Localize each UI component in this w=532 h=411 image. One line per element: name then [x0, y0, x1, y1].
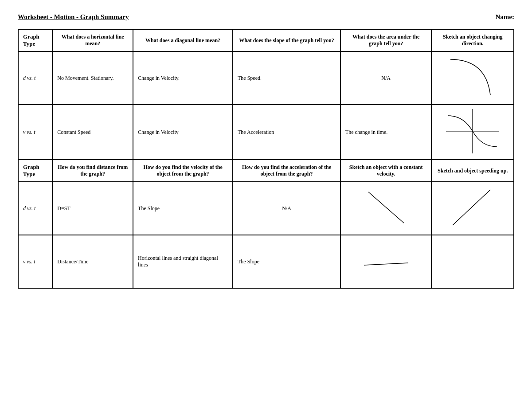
col6-header1: Sketch an object changing direction.: [431, 29, 514, 51]
cell-col1-v2: Distance/Time: [52, 235, 133, 288]
sketch-speeding-v2: [431, 235, 514, 288]
col4-header1: What does the slope of the graph tell yo…: [233, 29, 340, 51]
col2-header2: How do you find distance from the graph?: [52, 160, 133, 182]
col6-header2: Sketch and object speeding up.: [431, 160, 514, 182]
row-label-v2: v vs. t: [18, 235, 52, 288]
col5-header2: Sketch an object with a constant velocit…: [340, 160, 432, 182]
cell-col2-v2: Horizontal lines and straight diagonal l…: [133, 235, 233, 288]
cell-hline-d1: No Movement. Stationary.: [52, 51, 133, 105]
col2-header1: What does a horizontal line mean?: [52, 29, 133, 51]
table1-row-v: v vs. t Constant Speed Change in Velocit…: [18, 105, 514, 160]
col3-header2: How do you find the velocity of the obje…: [133, 160, 233, 182]
svg-line-2: [368, 192, 404, 223]
cell-slope-v1: The Acceleration: [233, 105, 340, 160]
col1-header2: Graph Type: [18, 160, 52, 182]
cell-area-d1: N/A: [340, 51, 432, 105]
col5-header1: What does the area under the graph tell …: [340, 29, 432, 51]
col4-header2: How do you find the acceleration of the …: [233, 160, 340, 182]
name-label: Name:: [496, 13, 514, 21]
svg-line-3: [364, 263, 408, 265]
sketch-const-vel-v2: [340, 235, 432, 288]
table2-row-d: d vs. t D=ST The Slope N/A: [18, 182, 514, 235]
cell-hline-v1: Constant Speed: [52, 105, 133, 160]
row-label-v1: v vs. t: [18, 105, 52, 160]
worksheet-table: Graph Type What does a horizontal line m…: [18, 29, 514, 289]
sketch-v1: [431, 105, 514, 160]
table2-row-v: v vs. t Distance/Time Horizontal lines a…: [18, 235, 514, 288]
cell-col3-d2: N/A: [233, 182, 340, 235]
cell-slope-d1: The Speed.: [233, 51, 340, 105]
sketch-speeding-d2: [431, 182, 514, 235]
table2-header-row: Graph Type How do you find distance from…: [18, 160, 514, 182]
page-title: Worksheet - Motion - Graph Summary: [18, 13, 129, 21]
row-label-d1: d vs. t: [18, 51, 52, 105]
cell-dline-d1: Change in Velocity.: [133, 51, 233, 105]
col1-header1: Graph Type: [18, 29, 52, 51]
table1-row-d: d vs. t No Movement. Stationary. Change …: [18, 51, 514, 105]
cell-col3-v2: The Slope: [233, 235, 340, 288]
cell-col2-d2: The Slope: [133, 182, 233, 235]
col3-header1: What does a diagonal line mean?: [133, 29, 233, 51]
cell-area-v1: The change in time.: [340, 105, 432, 160]
table1-header-row: Graph Type What does a horizontal line m…: [18, 29, 514, 51]
row-label-d2: d vs. t: [18, 182, 52, 235]
sketch-const-vel-d2: [340, 182, 432, 235]
sketch-d1: [431, 51, 514, 105]
cell-dline-v1: Change in Velocity: [133, 105, 233, 160]
cell-col1-d2: D=ST: [52, 182, 133, 235]
